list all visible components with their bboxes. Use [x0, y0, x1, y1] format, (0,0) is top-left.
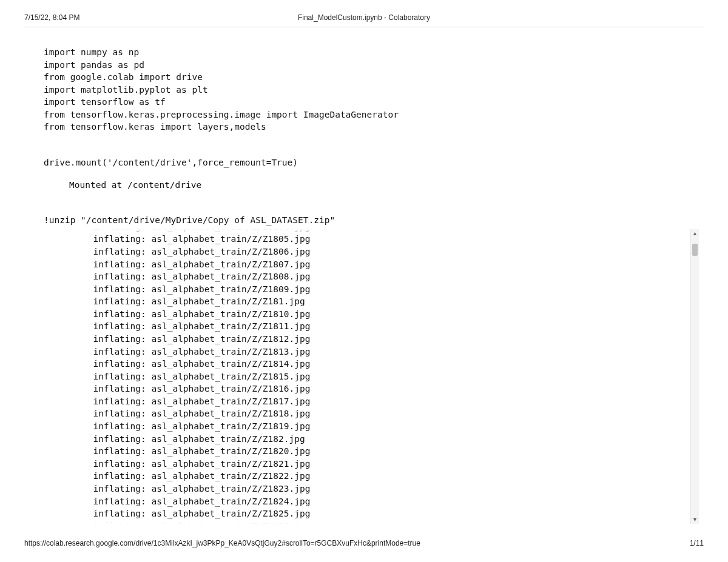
scroll-thumb[interactable] [692, 244, 698, 256]
output-unzip: inflating: asl_alphabet_train/Z/Z1804.jp… [83, 229, 321, 524]
scroll-down-button[interactable]: ▼ [691, 515, 699, 524]
output-unzip-container: inflating: asl_alphabet_train/Z/Z1804.jp… [83, 229, 699, 524]
code-cell-unzip: !unzip "/content/drive/MyDrive/Copy of A… [44, 214, 699, 227]
scroll-up-button[interactable]: ▲ [691, 229, 699, 238]
code-cell-imports: import numpy as np import pandas as pd f… [44, 46, 699, 133]
output-scrollbar[interactable]: ▲ ▼ [690, 229, 699, 524]
page-title: Final_ModelCustom.ipynb - Colaboratory [298, 13, 430, 22]
footer-page-number: 1/11 [690, 539, 704, 547]
header-divider [24, 27, 704, 27]
code-cell-mount: drive.mount('/content/drive',force_remou… [44, 156, 699, 169]
output-mount: Mounted at /content/drive [69, 179, 699, 192]
print-timestamp: 7/15/22, 8:04 PM [24, 13, 79, 22]
footer-url: https://colab.research.google.com/drive/… [24, 539, 420, 547]
notebook-content: import numpy as np import pandas as pd f… [44, 46, 699, 535]
